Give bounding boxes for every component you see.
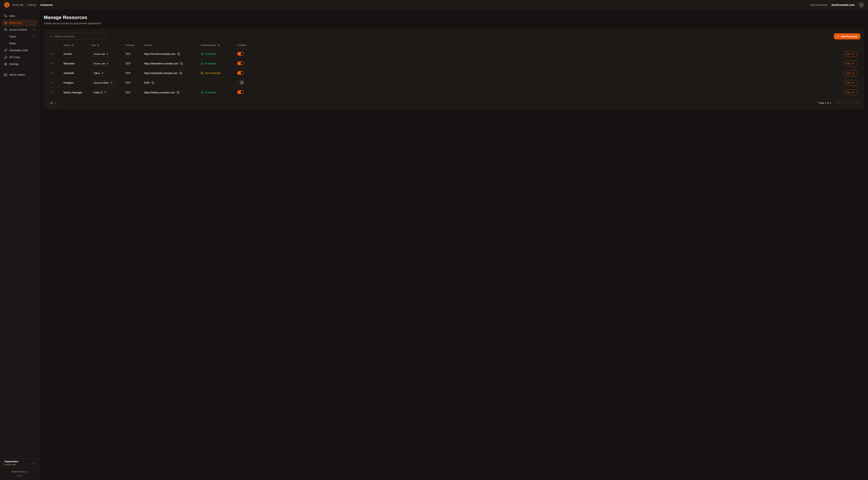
- sidebar-item-users[interactable]: Users: [2, 33, 37, 40]
- server-icon: [4, 73, 7, 77]
- row-menu-button[interactable]: [49, 61, 54, 66]
- shield-off-icon: [201, 72, 204, 74]
- sidebar-item-label: Server Admin: [9, 73, 25, 76]
- row-menu-button[interactable]: [49, 52, 54, 56]
- copy-button[interactable]: [177, 91, 180, 94]
- sidebar-item-label: Shareable Links: [9, 49, 28, 52]
- resources-table: Name Site Protocol Access Authentication: [48, 41, 289, 97]
- waypoints-icon: [4, 21, 7, 24]
- arrow-up-right-icon: [111, 82, 113, 84]
- row-menu-button[interactable]: [49, 90, 54, 95]
- users-icon: [4, 28, 7, 31]
- resource-protocol: TCP: [125, 72, 144, 74]
- link-icon: [4, 49, 7, 52]
- enabled-toggle[interactable]: [237, 81, 244, 84]
- resource-access: https://immich.example.com: [144, 53, 176, 55]
- resource-access: https://bitwarden.example.com: [144, 62, 178, 65]
- resource-protocol: TCP: [125, 53, 144, 55]
- copy-button[interactable]: [177, 52, 181, 56]
- table-row: Bitwarden Home Lab TCP https://bitwarden…: [48, 59, 289, 68]
- sidebar-item-server-admin[interactable]: Server Admin: [2, 71, 37, 78]
- workflow-icon: [4, 14, 7, 18]
- sidebar-item-access-control[interactable]: Access Control: [2, 26, 37, 33]
- toggle-knob: [238, 81, 241, 84]
- enabled-toggle[interactable]: [237, 62, 244, 65]
- sidebar-item-label: Settings: [9, 63, 19, 65]
- page-size-select[interactable]: 20: [48, 100, 59, 106]
- shield-check-icon: [201, 91, 204, 94]
- toggle-knob: [241, 52, 244, 55]
- shield-check-icon: [201, 53, 204, 55]
- header-protocol: Protocol: [125, 44, 144, 47]
- arrow-up-right-icon: [106, 62, 108, 65]
- gear-icon: [4, 62, 7, 66]
- resource-protocol: TCP: [125, 62, 144, 65]
- copy-button[interactable]: [180, 62, 184, 65]
- sidebar: Sites Resources Access Control Users Rol…: [0, 10, 40, 160]
- auth-status: -: [201, 81, 237, 84]
- pangolin-logo-icon: [4, 2, 10, 8]
- arrow-up-right-icon: [106, 53, 108, 55]
- copy-icon: [177, 53, 180, 55]
- header-name[interactable]: Name: [63, 44, 92, 47]
- enabled-toggle[interactable]: [237, 52, 244, 56]
- resource-name: Battery Manager: [63, 91, 92, 94]
- ellipsis-icon: [50, 91, 53, 94]
- breadcrumb-settings[interactable]: settings: [27, 3, 36, 6]
- breadcrumb-current: resources: [40, 3, 53, 6]
- sidebar-item-shareable-links[interactable]: Shareable Links: [2, 47, 37, 54]
- header-site[interactable]: Site: [92, 44, 125, 47]
- toggle-knob: [241, 91, 244, 94]
- chevron-right-icon: [33, 35, 35, 38]
- enabled-toggle[interactable]: [237, 71, 244, 75]
- table-toolbar: Add Resource: [48, 33, 289, 40]
- site-link[interactable]: Home Lab: [92, 61, 111, 66]
- site-link[interactable]: Second Office: [92, 80, 115, 85]
- page-title: Manage Resources: [44, 14, 289, 20]
- header-authentication[interactable]: Authentication: [201, 44, 237, 47]
- sort-icon: [97, 44, 99, 47]
- sidebar-item-label: Resources: [9, 21, 22, 24]
- site-link[interactable]: Edge 01: [92, 90, 108, 95]
- main-content: Manage Resources Create secure proxies t…: [40, 10, 289, 160]
- copy-icon: [180, 62, 183, 65]
- resource-name: Authentik: [63, 72, 92, 74]
- copy-button[interactable]: [180, 71, 183, 75]
- sidebar-item-api-keys[interactable]: API Keys: [2, 54, 37, 61]
- resource-protocol: TCP: [125, 81, 144, 84]
- site-link[interactable]: Office: [92, 70, 106, 76]
- ellipsis-icon: [50, 53, 53, 55]
- row-menu-button[interactable]: [49, 81, 54, 85]
- shield-check-icon: [201, 62, 204, 65]
- breadcrumb-org[interactable]: home-lab: [12, 3, 23, 6]
- sidebar-item-resources[interactable]: Resources: [2, 19, 37, 26]
- chevron-down-icon: [54, 102, 57, 104]
- copy-button[interactable]: [151, 81, 155, 84]
- site-link[interactable]: Home Lab: [92, 51, 111, 57]
- sidebar-item-roles[interactable]: Roles: [2, 40, 37, 47]
- sidebar-item-label: API Keys: [9, 56, 20, 59]
- table-header-row: Name Site Protocol Access Authentication: [48, 41, 289, 49]
- resource-access: https://authentik.example.com: [144, 72, 178, 74]
- resources-card: Add Resource Name Site Protocol Access: [44, 29, 289, 110]
- auth-status: Protected: [201, 62, 237, 65]
- sidebar-item-label: Roles: [9, 42, 16, 45]
- pagination: 20 Page 1 of 1: [48, 100, 289, 106]
- table-row: Immich Home Lab TCP https://immich.examp…: [48, 49, 289, 59]
- enabled-toggle[interactable]: [237, 90, 244, 94]
- resource-protocol: TCP: [125, 91, 144, 94]
- sidebar-item-sites[interactable]: Sites: [2, 12, 37, 19]
- auth-status: Not Protected: [201, 72, 237, 74]
- chevron-down-icon: [33, 28, 35, 31]
- copy-icon: [151, 82, 154, 84]
- ellipsis-icon: [50, 81, 53, 84]
- sidebar-item-settings[interactable]: Settings: [2, 61, 37, 67]
- table-row: Battery Manager Edge 01 TCP https://batt…: [48, 88, 289, 97]
- arrow-up-right-icon: [104, 91, 106, 94]
- search-input[interactable]: [54, 35, 105, 38]
- sidebar-item-label: Access Control: [9, 28, 27, 31]
- breadcrumb-separator: ›: [38, 4, 38, 6]
- row-menu-button[interactable]: [49, 71, 54, 75]
- header-enabled: Enabled: [237, 44, 261, 47]
- breadcrumb: home-lab › settings › resources: [12, 3, 53, 6]
